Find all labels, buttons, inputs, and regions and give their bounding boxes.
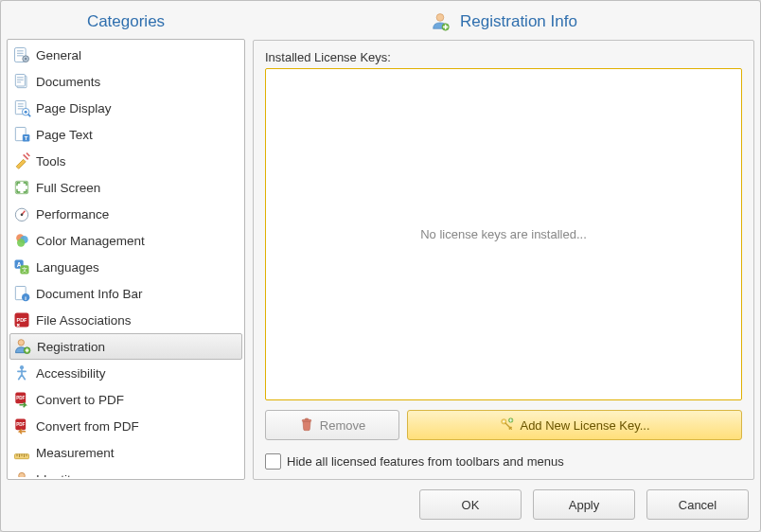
convert-from-pdf-icon: PDF <box>11 416 32 436</box>
svg-text:T: T <box>25 135 28 141</box>
license-buttons-row: Remove Add New License Ke <box>265 410 742 440</box>
page-display-icon <box>11 98 32 118</box>
installed-keys-label: Installed License Keys: <box>265 50 742 64</box>
preferences-dialog: Categories GeneralDocumentsPage DisplayT… <box>0 0 761 532</box>
sidebar-item-label: Documents <box>36 75 240 89</box>
categories-panel: Categories GeneralDocumentsPage DisplayT… <box>7 7 245 480</box>
hide-features-row: Hide all licensed features from toolbars… <box>265 453 742 470</box>
languages-icon: A文 <box>11 257 32 277</box>
svg-text:PDF: PDF <box>16 396 25 400</box>
info-bar-icon: i <box>11 283 32 304</box>
sidebar-item-tools[interactable]: Tools <box>9 148 242 174</box>
sidebar-item-convert-from-pdf[interactable]: PDFConvert from PDF <box>9 413 242 439</box>
sidebar-item-color-management[interactable]: Color Management <box>9 227 242 254</box>
sidebar-item-convert-to-pdf[interactable]: PDFConvert to PDF <box>9 386 242 413</box>
sidebar-item-label: Color Management <box>36 234 240 248</box>
sidebar-item-label: Registration <box>37 340 239 354</box>
svg-point-35 <box>436 14 444 22</box>
license-keys-empty-text: No license keys are installed... <box>420 227 587 241</box>
convert-to-pdf-icon: PDF <box>11 389 32 410</box>
remove-key-button[interactable]: Remove <box>265 410 399 440</box>
sidebar-item-label: Tools <box>36 154 240 168</box>
add-key-button[interactable]: Add New License Key... <box>407 410 742 440</box>
general-icon <box>11 44 32 65</box>
sidebar-item-accessibility[interactable]: Accessibility <box>9 360 242 386</box>
sidebar-item-label: Identity <box>36 472 240 478</box>
sidebar-item-label: Convert to PDF <box>36 393 240 407</box>
dialog-footer: OK Apply Cancel <box>1 480 760 531</box>
sidebar-item-label: Performance <box>36 207 240 222</box>
sidebar-item-measurement[interactable]: Measurement <box>9 439 242 466</box>
hide-features-label: Hide all licensed features from toolbars… <box>287 454 564 469</box>
registration-header: Registration Info <box>253 7 754 40</box>
sidebar-item-general[interactable]: General <box>9 42 242 68</box>
svg-point-7 <box>25 111 27 114</box>
page-text-icon: T <box>11 124 32 145</box>
documents-icon <box>11 71 32 92</box>
sidebar-item-label: Page Text <box>36 128 240 142</box>
performance-icon <box>11 204 32 224</box>
sidebar-item-label: Document Info Bar <box>36 287 240 301</box>
sidebar-item-identity[interactable]: Identity <box>9 466 242 477</box>
ok-button[interactable]: OK <box>419 489 522 520</box>
sidebar-item-page-text[interactable]: TPage Text <box>9 121 242 148</box>
full-screen-icon <box>11 177 32 198</box>
sidebar-item-label: File Associations <box>36 313 240 328</box>
sidebar-item-label: Convert from PDF <box>36 419 240 434</box>
sidebar-item-label: Full Screen <box>36 181 240 195</box>
hide-features-checkbox[interactable] <box>265 453 281 470</box>
key-add-icon <box>499 417 514 434</box>
sidebar-item-label: Measurement <box>36 446 240 460</box>
sidebar-item-page-display[interactable]: Page Display <box>9 95 242 121</box>
sidebar-item-file-assoc[interactable]: PDFFile Associations <box>9 307 242 333</box>
tools-icon <box>11 151 32 171</box>
color-management-icon <box>11 230 32 251</box>
registration-panel: Registration Info Installed License Keys… <box>253 7 754 480</box>
svg-point-13 <box>21 214 24 217</box>
svg-point-16 <box>17 239 25 246</box>
registration-content: Installed License Keys: No license keys … <box>253 40 754 480</box>
categories-list[interactable]: GeneralDocumentsPage DisplayTPage TextTo… <box>9 42 242 477</box>
categories-frame: GeneralDocumentsPage DisplayTPage TextTo… <box>7 39 245 480</box>
svg-point-2 <box>25 58 27 60</box>
identity-icon <box>11 469 32 477</box>
sidebar-item-performance[interactable]: Performance <box>9 201 242 227</box>
svg-point-26 <box>18 340 24 346</box>
accessibility-icon <box>11 363 32 383</box>
svg-text:PDF: PDF <box>17 317 28 323</box>
sidebar-item-full-screen[interactable]: Full Screen <box>9 174 242 201</box>
registration-icon <box>430 11 451 32</box>
sidebar-item-label: Accessibility <box>36 366 240 381</box>
svg-text:文: 文 <box>22 266 27 273</box>
registration-title: Registration Info <box>460 12 577 31</box>
dialog-body: Categories GeneralDocumentsPage DisplayT… <box>1 1 760 480</box>
cancel-button[interactable]: Cancel <box>646 489 749 520</box>
measurement-icon <box>11 442 32 463</box>
sidebar-item-label: General <box>36 48 240 62</box>
license-keys-list[interactable]: No license keys are installed... <box>265 68 742 400</box>
remove-key-label: Remove <box>320 418 365 433</box>
svg-text:PDF: PDF <box>16 422 25 427</box>
svg-point-28 <box>20 365 24 369</box>
file-assoc-icon: PDF <box>11 310 32 330</box>
registration-icon <box>12 336 33 357</box>
svg-point-34 <box>19 472 26 477</box>
sidebar-item-info-bar[interactable]: iDocument Info Bar <box>9 280 242 307</box>
trash-icon <box>299 417 314 434</box>
sidebar-item-languages[interactable]: A文Languages <box>9 254 242 280</box>
sidebar-item-label: Page Display <box>36 101 240 115</box>
categories-title: Categories <box>7 7 245 39</box>
add-key-label: Add New License Key... <box>520 418 649 433</box>
sidebar-item-registration[interactable]: Registration <box>9 333 242 360</box>
svg-point-40 <box>504 420 505 422</box>
sidebar-item-label: Languages <box>36 260 240 275</box>
sidebar-item-documents[interactable]: Documents <box>9 68 242 95</box>
apply-button[interactable]: Apply <box>533 489 635 520</box>
svg-rect-38 <box>305 418 308 420</box>
